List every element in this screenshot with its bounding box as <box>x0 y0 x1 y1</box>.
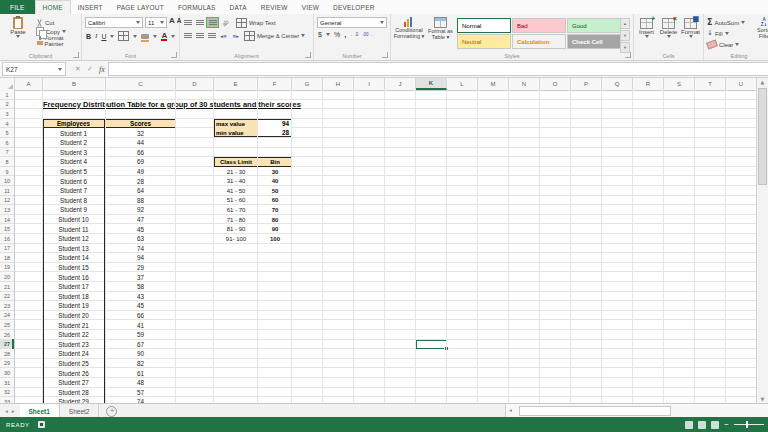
ribbon-tab-file[interactable]: FILE <box>0 0 35 14</box>
cell-style-check-cell[interactable]: Check Cell <box>567 34 621 49</box>
italic-button[interactable]: I <box>95 32 97 40</box>
row-header-10[interactable]: 10 <box>0 176 14 186</box>
student-score-cell[interactable]: 45 <box>105 224 176 234</box>
column-header-T[interactable]: T <box>695 78 726 90</box>
worksheet-grid[interactable]: 1234567891011121314151617181920212223242… <box>0 90 756 403</box>
row-header-3[interactable]: 3 <box>0 109 14 119</box>
class-limit-cell[interactable]: 31 - 40 <box>214 176 258 186</box>
row-header-20[interactable]: 20 <box>0 272 14 282</box>
student-name-cell[interactable]: Student 5 <box>43 167 105 177</box>
row-header-23[interactable]: 23 <box>0 301 14 311</box>
cancel-entry-button[interactable]: ✕ <box>72 65 84 73</box>
bottom-align-button[interactable] <box>206 17 219 28</box>
decrease-indent-button[interactable]: ◂≡ <box>218 31 229 40</box>
column-header-U[interactable]: U <box>726 78 757 90</box>
column-header-L[interactable]: L <box>447 78 478 90</box>
row-header-19[interactable]: 19 <box>0 263 14 273</box>
student-score-cell[interactable]: 32 <box>105 128 176 138</box>
cell-style-bad[interactable]: Bad <box>512 18 566 33</box>
number-dialog-launcher[interactable] <box>382 52 388 58</box>
row-header-15[interactable]: 15 <box>0 224 14 234</box>
ribbon-tab-home[interactable]: HOME <box>35 0 71 14</box>
student-name-cell[interactable]: Student 7 <box>43 186 105 196</box>
stat-value-cell[interactable]: 28 <box>258 128 292 137</box>
row-header-13[interactable]: 13 <box>0 205 14 215</box>
insert-function-button[interactable]: fx <box>96 65 108 74</box>
next-sheet-icon[interactable]: ▸ <box>12 408 15 414</box>
stat-label-cell[interactable]: max value <box>214 119 258 129</box>
student-score-cell[interactable]: 37 <box>105 272 176 282</box>
fill-color-button[interactable] <box>141 34 149 39</box>
student-name-cell[interactable]: Student 11 <box>43 224 105 234</box>
ribbon-tab-formulas[interactable]: FORMULAS <box>171 0 223 14</box>
class-limit-cell[interactable]: 91- 100 <box>214 234 258 244</box>
bin-value-cell[interactable]: 70 <box>258 205 292 215</box>
cut-button[interactable]: Cut <box>36 18 81 27</box>
student-name-cell[interactable]: Student 4 <box>43 157 105 167</box>
gallery-down-button[interactable]: ▼ <box>620 30 630 41</box>
bin-value-cell[interactable]: 50 <box>258 186 292 196</box>
clipboard-dialog-launcher[interactable] <box>73 52 79 58</box>
scroll-down-icon[interactable]: ▼ <box>757 395 768 403</box>
column-header-N[interactable]: N <box>509 78 540 90</box>
student-name-cell[interactable]: Student 17 <box>43 282 105 292</box>
scroll-up-icon[interactable]: ▲ <box>757 78 768 86</box>
student-score-cell[interactable]: 49 <box>105 167 176 177</box>
class-limit-cell[interactable]: 21 - 30 <box>214 167 258 177</box>
student-name-cell[interactable]: Student 14 <box>43 253 105 263</box>
column-header-R[interactable]: R <box>633 78 664 90</box>
cell-style-neutral[interactable]: Neutral <box>457 34 511 49</box>
middle-align-button[interactable] <box>194 18 205 27</box>
vertical-scrollbar-thumb[interactable] <box>758 88 767 185</box>
macro-record-icon[interactable] <box>38 421 45 428</box>
class-limit-cell[interactable]: 71 - 80 <box>214 215 258 225</box>
orientation-button[interactable]: ab <box>220 18 231 27</box>
prev-sheet-icon[interactable]: ◂ <box>5 408 8 414</box>
student-name-cell[interactable]: Student 21 <box>43 320 105 330</box>
comma-button[interactable]: , <box>344 31 346 38</box>
percent-button[interactable]: % <box>334 31 340 38</box>
font-name-combo[interactable]: Calibri <box>85 17 143 28</box>
student-score-cell[interactable]: 58 <box>105 282 176 292</box>
row-header-28[interactable]: 28 <box>0 349 14 359</box>
cell-style-good[interactable]: Good <box>567 18 621 33</box>
student-name-cell[interactable]: Student 24 <box>43 349 105 359</box>
increase-decimal-button[interactable]: ←.0 <box>350 32 358 37</box>
column-header-H[interactable]: H <box>323 78 354 90</box>
student-name-cell[interactable]: Student 2 <box>43 138 105 148</box>
horizontal-scrollbar-thumb[interactable] <box>519 406 671 416</box>
student-score-cell[interactable]: 45 <box>105 301 176 311</box>
student-score-cell[interactable]: 88 <box>105 196 176 206</box>
student-name-cell[interactable]: Student 26 <box>43 368 105 378</box>
column-header-G[interactable]: G <box>292 78 323 90</box>
bin-value-cell[interactable]: 100 <box>258 234 292 244</box>
column-header-K[interactable]: K <box>416 78 447 90</box>
insert-cells-button[interactable]: + Insert <box>636 18 657 38</box>
row-header-11[interactable]: 11 <box>0 186 14 196</box>
class-limit-cell[interactable]: 51 - 60 <box>214 196 258 206</box>
ribbon-tab-view[interactable]: VIEW <box>295 0 326 14</box>
row-header-24[interactable]: 24 <box>0 311 14 321</box>
sheet-tab-sheet2[interactable]: Sheet2 <box>60 404 100 418</box>
row-header-6[interactable]: 6 <box>0 138 14 148</box>
student-name-cell[interactable]: Student 22 <box>43 330 105 340</box>
column-header-A[interactable]: A <box>15 78 43 90</box>
student-score-cell[interactable]: 67 <box>105 339 176 349</box>
paste-button[interactable]: Paste <box>5 17 31 38</box>
student-score-cell[interactable]: 64 <box>105 186 176 196</box>
student-name-cell[interactable]: Student 6 <box>43 176 105 186</box>
student-name-cell[interactable]: Student 10 <box>43 215 105 225</box>
format-cells-button[interactable]: ▦ Format <box>680 18 701 38</box>
student-name-cell[interactable]: Student 1 <box>43 128 105 138</box>
student-score-cell[interactable]: 94 <box>105 253 176 263</box>
column-header-Q[interactable]: Q <box>602 78 633 90</box>
autosum-button[interactable]: Σ AutoSum <box>707 18 745 27</box>
merge-center-button[interactable]: Merge & Center <box>244 31 305 40</box>
select-all-corner[interactable] <box>0 78 15 90</box>
gallery-up-button[interactable]: ▲ <box>620 18 630 29</box>
name-box[interactable]: K27 <box>2 62 66 76</box>
sheet-tab-sheet1[interactable]: Sheet1 <box>20 404 60 418</box>
student-name-cell[interactable]: Student 8 <box>43 196 105 206</box>
student-score-cell[interactable]: 28 <box>105 176 176 186</box>
row-header-2[interactable]: 2 <box>0 100 14 110</box>
